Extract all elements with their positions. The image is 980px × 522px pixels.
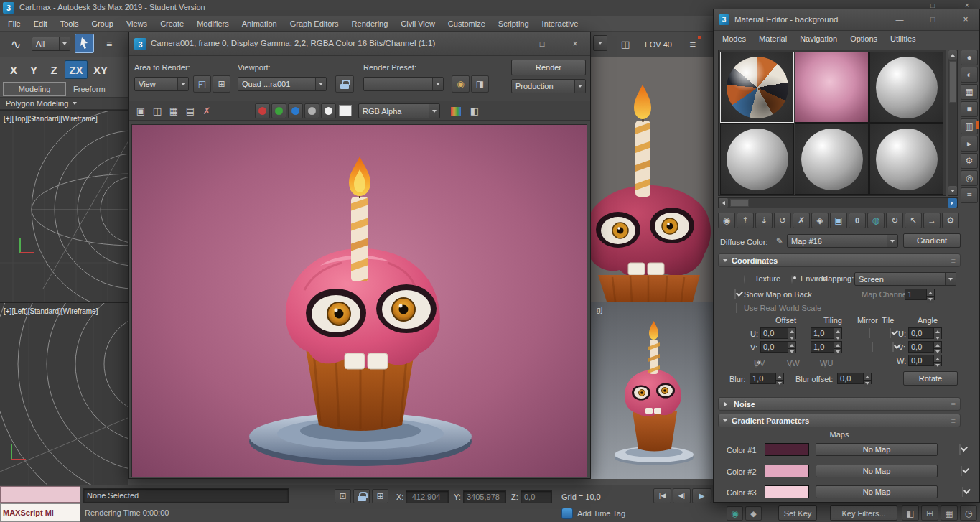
viewport-camera[interactable]: g] (591, 302, 713, 479)
axis-z-button[interactable]: Z (45, 60, 63, 79)
z-coordinate-field[interactable]: 0,0 (521, 490, 552, 503)
channel-display-dropdown[interactable]: RGB Alpha (358, 103, 440, 118)
sample-type-icon[interactable]: ● (961, 50, 978, 65)
edit-region-icon[interactable]: ◰ (193, 75, 211, 93)
color3-map-button[interactable]: No Map (816, 485, 938, 498)
add-time-tag[interactable]: Add Time Tag (577, 509, 625, 518)
menu-group[interactable]: Group (85, 16, 120, 32)
background-color-swatch[interactable] (339, 105, 352, 116)
make-preview-icon[interactable]: ▸ (961, 136, 978, 152)
show-map-in-viewport-icon[interactable]: ◍ (867, 213, 885, 228)
sample-uv-tiling-icon[interactable]: ■ (961, 101, 978, 117)
create-key-icon[interactable]: ◆ (745, 506, 762, 521)
color3-swatch[interactable] (765, 485, 809, 498)
spline-tool-icon[interactable]: ∿ (3, 34, 29, 55)
ribbon-section-polygon-modeling[interactable]: Polygon Modeling (0, 97, 128, 110)
rfw-minimize-icon[interactable]: — (496, 37, 522, 51)
default-tangents-icon[interactable]: ◉ (727, 506, 743, 521)
make-unique-icon[interactable]: ◈ (811, 213, 829, 228)
color2-map-enable-checkbox[interactable] (961, 466, 962, 476)
viewport-lock-icon[interactable] (335, 75, 354, 93)
use-real-world-scale-checkbox[interactable] (736, 303, 737, 313)
sample-slot[interactable] (720, 123, 794, 195)
menu-rendering[interactable]: Rendering (345, 16, 395, 32)
rfw-titlebar[interactable]: 3 Camera001, frame 0, Display Gamma: 2,2… (129, 32, 590, 56)
time-configuration-icon[interactable]: ◷ (960, 505, 977, 521)
v-tile-checkbox[interactable] (892, 342, 894, 352)
rotate-button[interactable]: Rotate (903, 371, 958, 386)
me-menu-utilities[interactable]: Utilities (884, 31, 922, 47)
previous-frame-icon[interactable]: ◀| (673, 488, 691, 503)
axis-xy-button[interactable]: XY (89, 60, 112, 79)
environment-dialog-icon[interactable]: ◨ (471, 75, 489, 93)
sample-slot-active[interactable] (720, 52, 794, 123)
key-filters-button[interactable]: Key Filters... (830, 505, 897, 521)
me-menu-modes[interactable]: Modes (716, 31, 752, 47)
viewport-camera-label-fragment[interactable]: g] (597, 306, 602, 314)
viewport-left-label[interactable]: [+][Left][Standard][Wireframe] (4, 307, 98, 315)
scroll-left-icon[interactable] (719, 198, 728, 208)
scroll-down-icon[interactable] (948, 186, 957, 195)
put-material-to-scene-icon[interactable]: ⇡ (737, 213, 754, 228)
rendered-image[interactable] (131, 124, 587, 477)
select-object-button[interactable] (75, 34, 94, 53)
layer-manager-icon[interactable]: ◧ (902, 505, 919, 521)
menu-interactive[interactable]: Interactive (536, 16, 585, 32)
set-key-button[interactable]: Set Key (778, 505, 817, 521)
color1-map-button[interactable]: No Map (816, 443, 938, 456)
put-to-library-icon[interactable]: ▣ (830, 213, 847, 228)
me-titlebar[interactable]: 3 Material Editor - background — □ × (714, 9, 979, 31)
u-tile-checkbox[interactable] (890, 328, 891, 338)
noise-rollout-header[interactable]: Noise ≡ (718, 397, 961, 411)
toolbar-overflow-icon[interactable]: ≡ (99, 35, 119, 52)
texture-radio[interactable] (744, 274, 745, 284)
coordinates-rollout-header[interactable]: Coordinates ≡ (718, 253, 961, 267)
u-tiling-spinner[interactable]: 1,0 (811, 327, 842, 339)
material-id-channel-icon[interactable]: 0 (849, 213, 866, 228)
area-to-render-dropdown[interactable]: View (134, 77, 189, 91)
background-toggle-icon[interactable]: ▦ (961, 84, 978, 100)
u-offset-spinner[interactable]: 0,0 (760, 327, 796, 339)
render-button[interactable]: Render (511, 60, 586, 75)
menu-tools[interactable]: Tools (54, 16, 85, 32)
viewport-config-icon[interactable]: ◫ (616, 35, 635, 52)
grid-toggle-icon[interactable]: ⊞ (921, 505, 938, 521)
v-angle-spinner[interactable]: 0,0 (908, 341, 942, 353)
backlight-icon[interactable]: ◐ (961, 67, 978, 83)
sample-slot[interactable] (795, 123, 869, 195)
color1-swatch[interactable] (765, 443, 809, 456)
go-to-start-icon[interactable]: |◀ (653, 488, 671, 503)
me-maximize-icon[interactable]: □ (922, 13, 943, 26)
viewport-top-label[interactable]: [+][Top][Standard][Wireframe] (4, 115, 98, 123)
viewport-left[interactable]: [+][Left][Standard][Wireframe] (0, 302, 128, 485)
render-preset-dropdown[interactable] (363, 77, 444, 91)
reset-map-icon[interactable]: ↺ (774, 213, 791, 228)
axis-zx-button[interactable]: ZX (65, 60, 88, 79)
w-angle-spinner[interactable]: 0,0 (908, 355, 942, 366)
options-icon[interactable]: ⚙ (961, 153, 978, 169)
menu-create[interactable]: Create (154, 16, 190, 32)
get-material-icon[interactable]: ◉ (718, 213, 735, 228)
auto-region-icon[interactable]: ⊞ (213, 75, 230, 93)
y-coordinate-field[interactable]: 3405,978 (463, 490, 506, 503)
menu-civil-view[interactable]: Civil View (394, 16, 441, 32)
blur-offset-spinner[interactable]: 0,0 (837, 373, 872, 384)
me-menu-options[interactable]: Options (844, 31, 884, 47)
sample-slot[interactable] (869, 123, 943, 195)
viewport-mini-dropdown[interactable] (593, 35, 607, 51)
v-mirror-checkbox[interactable] (872, 342, 873, 352)
monochrome-icon[interactable] (304, 103, 319, 118)
options-flyout-icon[interactable]: ⚙ (942, 213, 959, 228)
rfw-close-icon[interactable]: × (564, 37, 587, 51)
copy-image-icon[interactable]: ▦ (166, 103, 182, 118)
green-channel-icon[interactable] (271, 103, 286, 118)
rfw-maximize-icon[interactable]: □ (529, 37, 555, 51)
slots-horizontal-scrollbar[interactable] (718, 197, 958, 208)
me-menu-material[interactable]: Material (752, 31, 793, 47)
render-setup-icon[interactable]: ◉ (452, 75, 470, 93)
menu-graph-editors[interactable]: Graph Editors (284, 16, 345, 32)
menu-views[interactable]: Views (120, 16, 154, 32)
u-mirror-checkbox[interactable] (869, 328, 870, 338)
environ-radio[interactable] (791, 274, 793, 284)
v-offset-spinner[interactable]: 0,0 (760, 341, 796, 353)
